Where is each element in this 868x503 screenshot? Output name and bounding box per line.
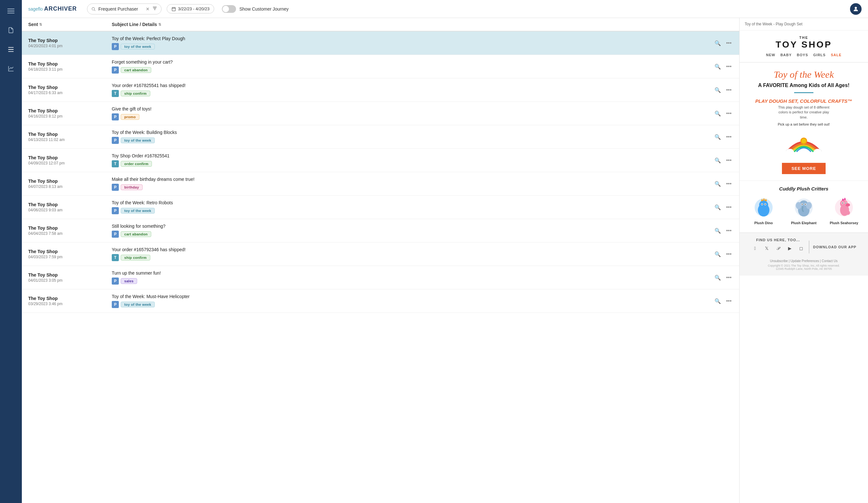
sidebar-item-documents[interactable] [5,24,17,36]
preview-button[interactable]: 🔍 [713,297,722,306]
svg-point-12 [788,151,794,154]
calendar-icon [172,7,176,11]
cuddly-plush-section: Cuddly Plush Critters [740,181,868,233]
col-sent-header: Sent ⇅ [28,22,112,27]
date-range-picker[interactable]: 3/22/23 - 4/20/23 [167,4,214,13]
footer-find-text: FIND US HERE, TOO... [751,238,805,242]
subject-area: Your order #167825541 has shipped! T shi… [112,83,714,97]
more-button[interactable]: ••• [725,226,733,235]
tag-cart-abandon[interactable]: cart abandon [121,67,151,73]
sidebar-menu-icon[interactable] [5,5,17,17]
subject-area: Turn up the summer fun! P sales [112,270,714,285]
sidebar-item-chart[interactable] [5,63,17,74]
logo-archiver: ARCHIVER [44,6,77,12]
tag-ship-confirm[interactable]: ship confirm [121,91,150,96]
svg-point-3 [92,7,95,10]
search-input[interactable] [98,7,143,12]
more-button[interactable]: ••• [725,203,733,211]
subject-text: Turn up the summer fun! [112,270,714,276]
tag-order-confirm[interactable]: order confirm [121,161,152,167]
more-button[interactable]: ••• [725,273,733,282]
more-button[interactable]: ••• [725,39,733,47]
subject-text: Still looking for something? [112,224,714,229]
see-more-button[interactable]: SEE MORE [782,163,826,174]
search-clear-icon[interactable]: ✕ [146,7,149,11]
email-nav: NEW BABY BOYS GIRLS SALE [745,53,863,57]
email-row[interactable]: The Toy Shop 04/18/2023 3:11 pm Forget s… [22,55,739,78]
twitter-icon[interactable]: 𝕏 [763,244,771,252]
email-preview-body: THE TOY SHOP NEW BABY BOYS GIRLS SALE [740,31,868,276]
email-row[interactable]: The Toy Shop 04/13/2023 11:02 am Toy of … [22,125,739,149]
tag-ship-confirm[interactable]: ship confirm [121,255,150,260]
email-row[interactable]: The Toy Shop 04/04/2023 7:58 am Still lo… [22,219,739,243]
preview-button[interactable]: 🔍 [713,250,722,259]
preview-button[interactable]: 🔍 [713,86,722,94]
tag-birthday[interactable]: birthday [121,184,143,190]
preview-button[interactable]: 🔍 [713,109,722,118]
preview-button[interactable]: 🔍 [713,226,722,235]
email-row[interactable]: The Toy Shop 03/29/2023 3:46 pm Toy of t… [22,289,739,313]
user-avatar[interactable] [850,3,861,15]
preview-button[interactable]: 🔍 [713,39,722,48]
tag-promo[interactable]: promo [121,114,140,120]
tag-letter: P [112,301,119,308]
subject-area: Forget something in your cart? P cart ab… [112,59,714,73]
tag-cart-abandon[interactable]: cart abandon [121,231,151,237]
sidebar [0,0,22,503]
email-row[interactable]: The Toy Shop 04/03/2023 7:59 pm Your ord… [22,243,739,266]
customer-journey-toggle[interactable] [222,5,236,13]
svg-point-44 [842,203,843,204]
email-row[interactable]: The Toy Shop 04/06/2023 9:03 am Toy of t… [22,196,739,219]
preview-title-bar: Toy of the Week - Play Dough Set [740,18,868,31]
preview-button[interactable]: 🔍 [713,156,722,165]
more-button[interactable]: ••• [725,250,733,258]
more-button[interactable]: ••• [725,62,733,71]
svg-point-46 [846,203,850,206]
svg-point-35 [802,204,803,205]
tag-toy-of-week[interactable]: toy of the week [121,44,155,50]
more-button[interactable]: ••• [725,297,733,305]
subject-area: Toy of the Week: Retro Robots P toy of t… [112,200,714,214]
toy-of-week-subtitle: A FAVORITE Among Kids of All Ages! [745,83,863,88]
email-row[interactable]: The Toy Shop 04/16/2023 8:12 pm Give the… [22,102,739,125]
email-row[interactable]: The Toy Shop 04/07/2023 8:13 am Make all… [22,172,739,196]
svg-rect-0 [7,9,14,9]
tags: P toy of the week [112,207,714,214]
preview-button[interactable]: 🔍 [713,273,722,282]
email-shop-header: THE TOY SHOP NEW BABY BOYS GIRLS SALE [740,31,868,63]
tag-sales[interactable]: sales [121,278,137,284]
email-row[interactable]: The Toy Shop 04/20/2023 4:01 pm Toy of t… [22,31,739,55]
instagram-icon[interactable]: ◻ [797,244,805,252]
email-row[interactable]: The Toy Shop 04/17/2023 6:33 am Your ord… [22,78,739,102]
preview-button[interactable]: 🔍 [713,203,722,212]
preview-content: Toy of the Week - Play Dough Set THE TOY… [740,18,868,276]
sort-icon-sent[interactable]: ⇅ [39,22,42,27]
tag-toy-of-week[interactable]: toy of the week [121,301,155,307]
nav-girls: GIRLS [814,53,826,57]
svg-point-45 [846,203,847,204]
search-bar[interactable]: ✕ [87,3,162,14]
more-button[interactable]: ••• [725,86,733,94]
more-button[interactable]: ••• [725,133,733,141]
tag-toy-of-week[interactable]: toy of the week [121,137,155,143]
tags: P cart abandon [112,230,714,238]
facebook-icon[interactable]:  [751,244,759,252]
email-row[interactable]: The Toy Shop 04/01/2023 3:05 pm Turn up … [22,266,739,289]
preview-button[interactable]: 🔍 [713,62,722,71]
sender-info: The Toy Shop 04/07/2023 8:13 am [28,178,112,189]
youtube-icon[interactable]: ▶ [786,244,794,252]
subject-text: Your order #167825541 has shipped! [112,83,714,88]
email-row[interactable]: The Toy Shop 04/09/2023 12:07 pm Toy Sho… [22,149,739,172]
preview-button[interactable]: 🔍 [713,179,722,188]
pinterest-icon[interactable]: 𝒫 [774,244,782,252]
more-button[interactable]: ••• [725,156,733,164]
sidebar-item-list[interactable] [5,44,17,55]
tag-toy-of-week[interactable]: toy of the week [121,208,155,214]
preview-button[interactable]: 🔍 [713,133,722,141]
more-button[interactable]: ••• [725,179,733,188]
sort-icon-subject[interactable]: ⇅ [158,22,161,27]
more-button[interactable]: ••• [725,109,733,117]
send-date: 04/13/2023 11:02 am [28,137,112,142]
nav-sale: SALE [831,53,841,57]
search-filter-icon[interactable] [152,6,157,12]
